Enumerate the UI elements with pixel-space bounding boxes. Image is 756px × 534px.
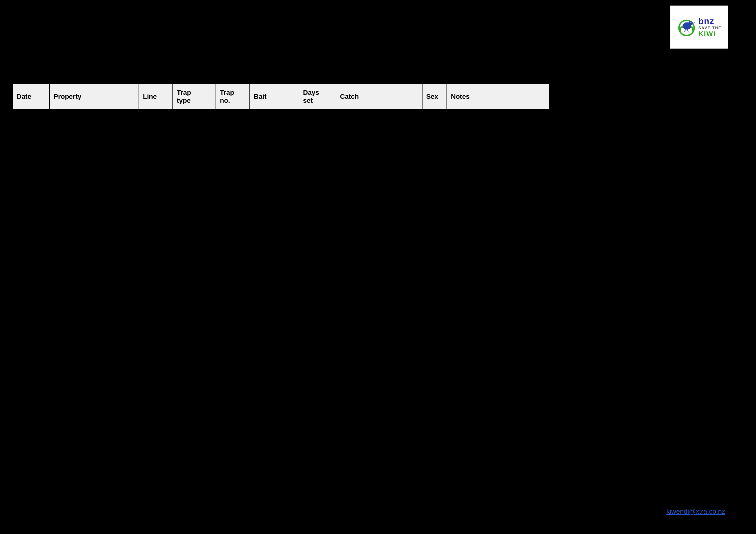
col-header-sex: Sex xyxy=(422,84,447,109)
bnz-text-group: bnz SAVE THE KIWI xyxy=(698,17,721,38)
col-header-bait: Bait xyxy=(250,84,299,109)
bnz-save-label: SAVE THE xyxy=(698,26,721,30)
col-header-line: Line xyxy=(139,84,173,109)
svg-point-2 xyxy=(688,21,692,26)
col-header-date: Date xyxy=(13,84,50,109)
svg-point-3 xyxy=(690,22,691,23)
col-header-catch: Catch xyxy=(336,84,422,109)
col-header-property: Property xyxy=(50,84,139,109)
bnz-kiwi-label: KIWI xyxy=(698,30,721,38)
svg-line-5 xyxy=(687,30,688,32)
footer-email[interactable]: kiwendi@xtra.co.nz xyxy=(666,508,725,516)
col-header-daysset: Days set xyxy=(299,84,336,109)
col-header-trapno: Trap no. xyxy=(216,84,250,109)
table-header: Date Property Line Trap type Trap no. Ba… xyxy=(12,84,549,110)
svg-line-4 xyxy=(685,30,686,32)
col-header-notes: Notes xyxy=(447,84,549,109)
col-header-traptype: Trap type xyxy=(173,84,216,109)
bnz-brand: bnz xyxy=(698,17,721,26)
logo-container: bnz SAVE THE KIWI xyxy=(670,6,728,49)
kiwi-icon xyxy=(677,17,696,37)
